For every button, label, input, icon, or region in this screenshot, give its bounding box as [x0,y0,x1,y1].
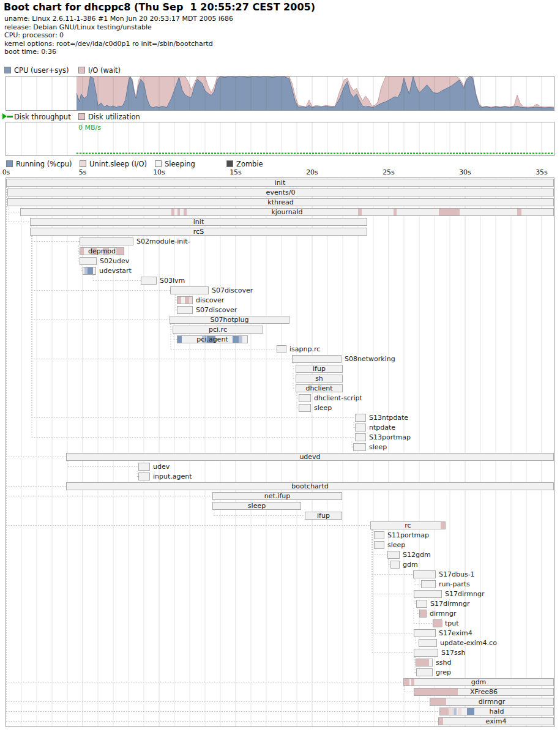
legend-label: CPU (user+sys) [14,66,69,75]
process-label: XFree86 [414,688,554,696]
process-state-segment [189,297,192,304]
legend-label: Running (%cpu) [16,160,72,168]
time-tick-label: 20s [300,168,324,176]
process-label: udev [153,463,170,471]
legend-swatch [6,160,13,167]
process-bar [390,561,400,569]
process-bar [355,424,366,431]
process-bar [355,414,366,422]
page-title: Boot chart for dhcppc8 (Thu Sep 1 20:55:… [4,1,315,13]
process-bar [414,649,438,657]
process-bar [355,433,366,441]
process-label: gdm [403,678,554,686]
system-info-line: release: Debian GNU/Linux testing/unstab… [4,23,152,31]
process-label: S07hotplug [170,316,289,324]
process-label: S02udev [100,257,129,265]
process-label: sleep [387,541,405,549]
process-bar [299,404,311,412]
process-bar [177,296,193,304]
process-label: input.agent [153,472,192,480]
process-label: exim4 [438,717,554,725]
process-state-segment [88,267,93,274]
time-axis: 0s5s10s15s20s25s30s35s [0,168,560,177]
legend-swatch [226,160,233,167]
process-state-segment [433,620,442,627]
process-bar [419,639,437,647]
process-label: sleep [212,502,301,510]
process-bar [421,580,436,588]
cpu-usage-area [6,77,554,110]
process-label: sleep [369,443,387,451]
time-tick-label: 5s [70,168,95,176]
process-label: S17ssh [441,649,465,657]
disk-throughput-chart: 0 MB/s [6,122,554,156]
process-label: S17dbus-1 [439,570,475,578]
process-bar [80,237,133,245]
process-label: init [30,218,367,226]
process-bar [353,443,366,451]
disk-throughput-value: 0 MB/s [78,124,101,132]
process-label: dirmngr [430,698,554,706]
process-label: kjournald [20,208,554,216]
process-label: sh [296,375,343,383]
process-bar [387,551,400,559]
process-label: net.ifup [212,492,342,500]
legend-label: Sleeping [165,160,195,168]
process-label: update-exim4.co [440,639,497,647]
legend-swatch [4,67,11,73]
process-label: ifup [296,365,343,373]
process-state-segment [416,659,429,666]
process-bar [292,355,342,363]
time-tick-label: 35s [529,168,554,176]
process-bar [177,306,193,314]
process-bar [416,600,427,608]
process-bar [141,277,157,285]
cpu-usage-chart [6,76,554,111]
process-label: rcS [30,228,367,236]
process-bar [374,531,384,539]
process-label: S13ntpdate [369,414,408,422]
process-label: gdm [403,561,418,569]
arrow-line [7,116,13,118]
process-bar [414,629,436,637]
process-label: S17dirmngr [430,600,470,608]
legend-label: Zombie [236,160,263,168]
process-bar [433,619,442,627]
process-label: dhclient [296,384,343,392]
process-label: pci.rc [173,326,263,334]
process-state-segment [177,297,181,304]
process-bar [80,257,97,265]
process-label: grep [436,668,451,676]
time-tick-label: 30s [453,168,477,176]
process-label: events/0 [7,189,554,196]
process-bar [83,267,96,275]
process-bar [170,286,209,294]
process-tree: initevents/0kthreadkjournaldinitrcSS02mo… [6,177,554,727]
process-state-segment [420,610,427,617]
process-label: S07discover [212,286,253,294]
process-bar [138,463,150,471]
process-label: udevstart [99,267,132,275]
process-state-segment [185,297,189,304]
process-bar [419,610,427,618]
process-label: ntpdate [369,424,395,431]
process-bar [413,570,436,578]
process-label: tput [445,619,459,627]
time-tick-label: 25s [376,168,401,176]
process-bar [277,345,286,353]
process-label: bootchartd [66,482,554,490]
legend-swatch [78,113,85,120]
process-label: isapnp.rc [289,345,320,353]
process-bar [416,668,433,676]
process-label: dirmngr [430,610,457,618]
time-tick-label: 0s [0,168,18,176]
bootchart-page: Boot chart for dhcppc8 (Thu Sep 1 20:55:… [0,0,560,732]
process-state-legend: Running (%cpu)Unint.sleep (I/O)SleepingZ… [0,160,560,168]
process-label: kthread [7,198,554,206]
system-info-line: boot time: 0:36 [4,48,56,56]
process-label: run-parts [439,580,470,588]
process-label: S12gdm [403,551,431,559]
time-tick-label: 15s [223,168,248,176]
process-label: ifup [305,512,342,520]
process-bar [299,394,311,402]
